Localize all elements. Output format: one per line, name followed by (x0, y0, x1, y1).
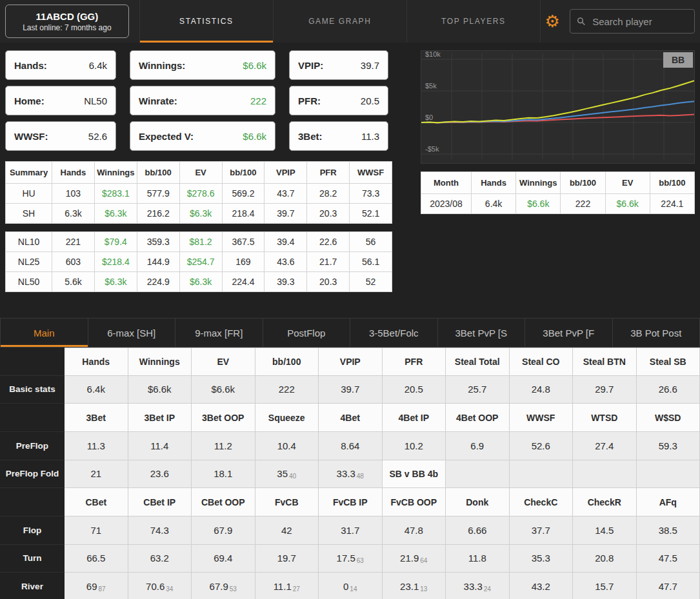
stat-cell: 19.7 (255, 545, 319, 573)
column-header: EV (192, 348, 255, 376)
tab-game-graph[interactable]: GAME GRAPH (273, 0, 406, 43)
tab-statistics[interactable]: STATISTICS (139, 0, 273, 43)
column-header: FvCB IP (319, 488, 383, 516)
stat-cell: 21.7 (307, 252, 350, 272)
value: 11.3 (87, 440, 105, 451)
stat-cell: 367.5 (223, 231, 265, 252)
value: 4Bet (341, 413, 360, 423)
stat-cell: 67.9 (192, 516, 255, 545)
stat-cell: 39.7 (319, 376, 383, 404)
stats-tab-6-max-sh[interactable]: 6-max [SH] (88, 319, 176, 347)
table-row-turn: Turn66.563.269.419.717.56321.96411.835.3… (0, 545, 700, 573)
table-row-basic-stats: Basic stats6.4k$6.6k$6.6k22239.720.525.7… (0, 376, 700, 404)
value: 27.4 (595, 440, 614, 451)
column-header: CBet OOP (192, 488, 255, 516)
value: 23.1 (400, 581, 419, 592)
stats-tab-postflop[interactable]: PostFlop (263, 319, 351, 347)
sample-size: 34 (166, 585, 173, 593)
sample-size: 53 (230, 585, 237, 593)
tab-label: PostFlop (287, 328, 325, 339)
stat-cell: 56 (350, 231, 392, 252)
column-header: FvCB (255, 488, 319, 516)
winnings-graph: $10k$5k$0-$5k (421, 51, 694, 163)
stat-cell: 47.7 (637, 573, 700, 599)
stats-tab-bar: Main6-max [SH]9-max [FR]PostFlop3-5Bet/F… (0, 318, 700, 348)
value: 29.7 (595, 384, 614, 395)
value: 38.5 (659, 525, 677, 536)
value: 33.3 (337, 468, 355, 479)
column-header: EV (606, 172, 650, 194)
stat-value: $6.6k (243, 60, 266, 71)
stat-cell: 11.2 (192, 432, 255, 460)
stats-tab-3bet-pvp-s[interactable]: 3Bet PvP [S (438, 319, 526, 347)
app-root: 11ABCD (GG) Last online: 7 months ago ST… (0, 0, 700, 599)
stats-tab-3b-pot-post[interactable]: 3B Pot Post (613, 319, 700, 347)
y-axis-tick: $0 (425, 113, 433, 121)
sample-size: 14 (350, 585, 357, 593)
column-header: Hands (65, 348, 128, 376)
row-label: Flop (0, 516, 65, 545)
stat-cell (446, 460, 510, 489)
column-header: W$SD (637, 404, 700, 432)
value: 11.2 (214, 440, 232, 451)
value: 3Bet (86, 413, 106, 423)
stat-cell: $254.7 (180, 252, 223, 272)
stat-box-hands: Hands:6.4k (5, 50, 116, 80)
stat-cell: 6.4k (65, 376, 128, 404)
stat-cell: $218.4 (95, 252, 137, 272)
row-label: NL50 (6, 272, 52, 292)
stat-cell: 23.6 (128, 460, 192, 489)
column-header: Winnings (128, 348, 192, 376)
gear-icon[interactable]: ⚙ (541, 13, 565, 30)
table-row-nl50: NL505.6k$6.3k224.9$6.3k224.439.320.352 (5, 272, 392, 292)
column-header: CheckR (573, 488, 637, 516)
value: CheckR (588, 497, 621, 507)
player-info-box[interactable]: 11ABCD (GG) Last online: 7 months ago (5, 5, 129, 38)
value: 35 (277, 468, 288, 479)
column-header: bb/100 (650, 172, 695, 194)
tab-top-players[interactable]: TOP PLAYERS (406, 0, 541, 43)
stats-tab-main[interactable]: Main (0, 319, 88, 347)
column-header: CheckC (510, 488, 574, 516)
stat-cell: 6.9 (446, 432, 510, 460)
stat-cell: 52.1 (350, 204, 392, 224)
value: 6.9 (470, 440, 484, 451)
stat-cell: 31.7 (319, 516, 383, 545)
sample-size: 64 (420, 557, 427, 564)
stat-cell: 11.8 (446, 545, 510, 573)
value: 0 (343, 581, 348, 592)
value: 37.7 (532, 525, 550, 536)
value: 23.6 (150, 468, 169, 479)
stat-cell: 21.964 (383, 545, 446, 573)
bb-units-toggle[interactable]: BB (663, 52, 693, 68)
value: 71 (90, 525, 101, 536)
column-header: PFR (307, 161, 350, 184)
stat-cell: 11.127 (255, 573, 319, 599)
row-label: Basic stats (0, 376, 65, 404)
search-input[interactable] (591, 15, 688, 28)
stat-cell: 39.3 (265, 272, 307, 292)
table-group-gap (5, 224, 392, 231)
stats-tab-3bet-pvp-f[interactable]: 3Bet PvP [F (525, 319, 613, 347)
value: 31.7 (341, 525, 359, 536)
table-header-row: SummaryHandsWinningsbb/100EVbb/100VPIPPF… (5, 161, 392, 184)
column-header: 4Bet (319, 404, 383, 432)
stat-value: NL50 (84, 95, 107, 106)
left-column: Hands:6.4kWinnings:$6.6kVPIP:39.7Home:NL… (5, 50, 400, 292)
stat-value: 20.5 (361, 95, 379, 106)
column-header: VPIP (265, 161, 307, 184)
value: 59.3 (659, 440, 677, 451)
stat-cell: 29.7 (573, 376, 637, 404)
stat-cell: 6.3k (52, 204, 95, 224)
stats-tab-9-max-fr[interactable]: 9-max [FR] (175, 319, 263, 347)
stat-cell: $6.3k (95, 204, 137, 224)
stats-tab-3-5bet-folc[interactable]: 3-5Bet/Folc (350, 319, 438, 347)
stat-cell: 144.9 (137, 252, 180, 272)
stat-cell: $6.6k (128, 376, 192, 404)
tab-label: TOP PLAYERS (441, 17, 506, 26)
stat-box-winrate: Winrate:222 (130, 86, 275, 115)
stat-label: WWSF: (14, 131, 48, 142)
stat-cell: 603 (52, 252, 95, 272)
value: 17.5 (337, 553, 355, 564)
sample-size: 27 (293, 585, 300, 593)
